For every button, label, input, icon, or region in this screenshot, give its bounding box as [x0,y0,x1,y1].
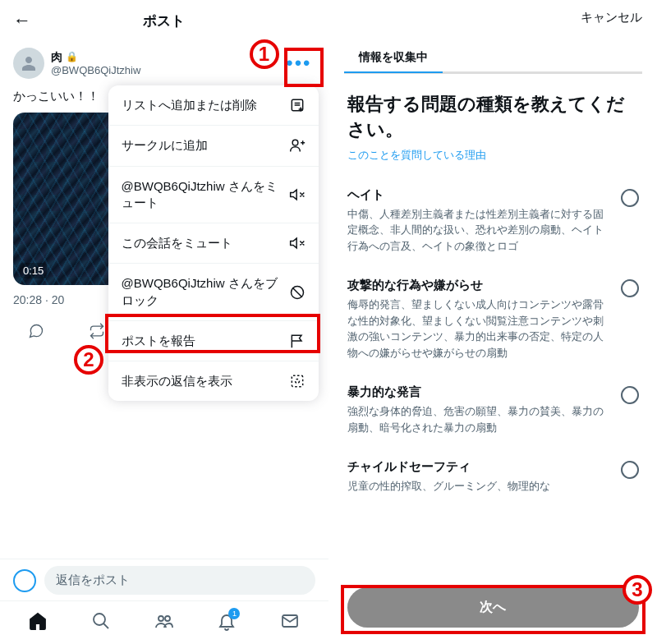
page-title: ポスト [31,12,297,30]
svg-point-5 [94,614,105,625]
report-screen: キャンセル 情報を収集中 報告する問題の種類を教えてください。 このことを質問し… [329,0,658,644]
hidden-replies-icon [289,373,306,389]
svg-point-7 [165,616,170,621]
tab-communities[interactable] [154,611,174,634]
callout-3: 3 [623,575,652,605]
avatar[interactable] [13,48,44,79]
cancel-button[interactable]: キャンセル [581,10,642,25]
post-screen: ← ポスト 肉🔒 @BWQB6QiJtzhiw ••• かっこいい！！ 0:15… [0,0,329,644]
reply-icon[interactable] [28,323,44,343]
option-violent[interactable]: 暴力的な発言 強烈な身体的脅迫、危害の願望、暴力の賛美、暴力の扇動、暗号化された… [347,373,640,448]
svg-point-4 [295,380,299,384]
video-duration: 0:15 [20,263,47,278]
radio-icon[interactable] [621,386,639,404]
post-menu: リストへ追加または削除 サークルに追加 @BWQB6QiJtzhiw さんをミュ… [108,85,319,401]
user-name: 肉 [51,50,62,64]
mute-icon [289,235,306,251]
callout-box-3 [341,585,646,634]
back-button[interactable]: ← [13,10,31,31]
menu-show-hidden-replies[interactable]: 非表示の返信を表示 [108,361,319,401]
lock-icon: 🔒 [66,51,78,62]
radio-icon[interactable] [621,461,639,479]
svg-point-6 [159,616,163,621]
callout-box-2 [105,314,320,353]
tab-search[interactable] [91,611,111,634]
radio-icon[interactable] [621,189,639,207]
option-abuse[interactable]: 攻撃的な行為や嫌がらせ 侮辱的発言、望ましくない成人向けコンテンツや露骨な性的対… [347,266,640,373]
tab-notifications[interactable]: 1 [217,611,237,634]
menu-block-user[interactable]: @BWQB6QiJtzhiw さんをブロック [108,264,319,321]
reason-link[interactable]: このことを質問している理由 [329,148,658,176]
report-title: 報告する問題の種類を教えてください。 [329,74,658,148]
svg-rect-3 [292,375,302,386]
menu-mute-conversation[interactable]: この会話をミュート [108,223,319,264]
callout-1: 1 [250,39,279,69]
person-add-icon [289,137,306,154]
step-label: 情報を収集中 [344,47,443,73]
tab-home[interactable] [28,611,48,634]
retweet-icon[interactable] [89,323,105,343]
reply-input[interactable]: 返信をポスト [44,566,315,595]
user-handle: @BWQB6QiJtzhiw [51,64,276,77]
callout-box-1 [284,48,324,87]
menu-add-to-list[interactable]: リストへ追加または削除 [108,85,319,126]
reply-avatar[interactable] [13,569,36,592]
option-hate[interactable]: ヘイト 中傷、人種差別主義者または性差別主義者に対する固定概念、非人間的な扱い、… [347,176,640,267]
menu-mute-user[interactable]: @BWQB6QiJtzhiw さんをミュート [108,167,319,224]
svg-point-1 [292,140,298,146]
mute-icon [289,186,306,203]
radio-icon[interactable] [621,279,639,297]
callout-2: 2 [74,345,103,375]
block-icon [289,284,306,301]
option-child-safety[interactable]: チャイルドセーフティ 児童の性的搾取、グルーミング、物理的な [347,448,640,507]
list-add-icon [289,97,306,113]
menu-add-to-circle[interactable]: サークルに追加 [108,126,319,166]
notif-badge: 1 [228,608,240,619]
tab-messages[interactable] [280,611,300,634]
